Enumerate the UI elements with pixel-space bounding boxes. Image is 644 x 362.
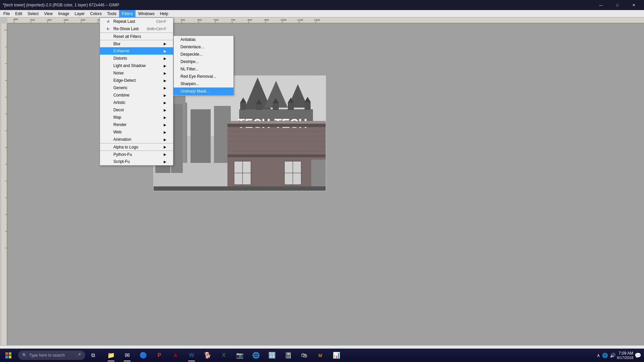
svg-text:1000: 1000 bbox=[280, 18, 286, 21]
system-tray: ∧ 🌐 🔊 7:09 AM 9/17/2018 💬 bbox=[597, 351, 644, 360]
enhance-item-destripe[interactable]: Destripe... bbox=[174, 58, 233, 65]
menu-image[interactable]: Image bbox=[55, 10, 72, 17]
menu-help[interactable]: Help bbox=[157, 10, 171, 17]
menu-item-combine[interactable]: Combine ▶ bbox=[100, 92, 173, 99]
search-icon: 🔍 bbox=[22, 353, 27, 358]
taskbar-app-mail[interactable]: ✉ bbox=[119, 349, 135, 362]
menu-item-python-fu[interactable]: Python-Fu ▶ bbox=[100, 150, 173, 158]
menu-item-alpha-to-logo[interactable]: Alpha to Logo ▶ bbox=[100, 143, 173, 150]
enhance-item-sharpen[interactable]: Sharpen... bbox=[174, 80, 233, 87]
taskbar-app-onenote[interactable]: 📓 bbox=[280, 349, 296, 362]
svg-rect-86 bbox=[288, 103, 294, 110]
menu-item-animation[interactable]: Animation ▶ bbox=[100, 136, 173, 143]
menu-select[interactable]: Select bbox=[25, 10, 41, 17]
taskbar-app-chrome[interactable]: 🌐 bbox=[248, 349, 264, 362]
minimize-button[interactable]: — bbox=[593, 2, 608, 8]
svg-rect-92 bbox=[227, 124, 326, 127]
taskbar-app-app3[interactable]: 🔵 bbox=[136, 349, 151, 362]
clock-date: 9/17/2018 bbox=[617, 356, 633, 360]
svg-text:600: 600 bbox=[214, 18, 219, 21]
app3-icon: 🔵 bbox=[140, 352, 147, 359]
window-controls: — □ ✕ bbox=[593, 2, 641, 8]
menu-item-generic[interactable]: Generic ▶ bbox=[100, 84, 173, 92]
maximize-button[interactable]: □ bbox=[610, 2, 625, 8]
menu-file[interactable]: File bbox=[1, 10, 12, 17]
taskbar: 🔍 🎤 ⧉ 📁 ✉ 🔵 P A W 🐕 X bbox=[0, 349, 644, 362]
svg-text:-600: -600 bbox=[13, 18, 18, 21]
menu-filters[interactable]: Filters bbox=[119, 10, 136, 17]
word-icon: W bbox=[189, 352, 194, 358]
calc-icon: 🔢 bbox=[268, 352, 276, 359]
mic-icon: 🎤 bbox=[76, 353, 81, 358]
reshow-icon: ↻ bbox=[107, 27, 112, 31]
menu-item-distorts[interactable]: Distorts ▶ bbox=[100, 55, 173, 62]
enhance-item-deinterlace[interactable]: Deinterlace... bbox=[174, 43, 233, 51]
menu-item-artistic[interactable]: Artistic ▶ bbox=[100, 99, 173, 106]
onenote-icon: 📓 bbox=[284, 352, 292, 359]
svg-text:500: 500 bbox=[197, 18, 202, 21]
svg-text:400: 400 bbox=[180, 18, 185, 21]
svg-rect-100 bbox=[9, 356, 11, 358]
menu-item-map[interactable]: Map ▶ bbox=[100, 114, 173, 121]
enhance-item-nl-filter[interactable]: NL Filter... bbox=[174, 65, 233, 73]
search-input[interactable] bbox=[29, 353, 76, 358]
chrome-icon: 🌐 bbox=[252, 352, 260, 359]
svg-text:-500: -500 bbox=[30, 18, 35, 21]
menu-item-reshow-last[interactable]: ↻ Re-Show Last Shift+Ctrl+F bbox=[100, 25, 173, 33]
menu-windows[interactable]: Windows bbox=[136, 10, 157, 17]
enhance-item-red-eye-removal[interactable]: Red Eye Removal... bbox=[174, 73, 233, 80]
taskbar-app-explorer[interactable]: 📁 bbox=[103, 349, 119, 362]
svg-text:900: 900 bbox=[264, 18, 269, 21]
taskbar-app-calc[interactable]: 🔢 bbox=[264, 349, 280, 362]
search-bar[interactable]: 🔍 🎤 bbox=[18, 351, 85, 360]
explorer-icon: 📁 bbox=[107, 352, 115, 359]
menu-layer[interactable]: Layer bbox=[72, 10, 88, 17]
systray-icons: ∧ 🌐 🔊 bbox=[597, 353, 615, 358]
svg-text:-300: -300 bbox=[63, 18, 69, 21]
taskbar-app-greenshot[interactable]: 📷 bbox=[232, 349, 248, 362]
menu-item-decor[interactable]: Decor ▶ bbox=[100, 106, 173, 114]
enhance-item-despeckle[interactable]: Despeckle... bbox=[174, 51, 233, 58]
svg-text:-400: -400 bbox=[46, 18, 52, 21]
taskbar-app-extra[interactable]: 📊 bbox=[329, 349, 344, 362]
taskbar-app-matlab[interactable]: M bbox=[313, 349, 328, 362]
menu-item-blur[interactable]: Blur ▶ bbox=[100, 40, 173, 47]
chevron-icon[interactable]: ∧ bbox=[597, 353, 600, 358]
menu-item-web[interactable]: Web ▶ bbox=[100, 128, 173, 136]
menu-item-enhance[interactable]: Enhance ▶ bbox=[100, 47, 173, 55]
taskbar-app-store[interactable]: 🛍 bbox=[297, 349, 312, 362]
svg-rect-95 bbox=[311, 160, 326, 191]
ruler-left bbox=[1, 23, 7, 352]
dropdown-container: ↺ Repeat Last Ctrl+F ↻ Re-Show Last Shif… bbox=[100, 17, 173, 166]
menu-item-repeat-last[interactable]: ↺ Repeat Last Ctrl+F bbox=[100, 18, 173, 25]
notifications-icon[interactable]: 💬 bbox=[635, 352, 641, 359]
menu-item-noise[interactable]: Noise ▶ bbox=[100, 69, 173, 77]
extra-icon: 📊 bbox=[333, 352, 340, 359]
taskbar-app-excel[interactable]: X bbox=[216, 349, 231, 362]
taskview-button[interactable]: ⧉ bbox=[85, 349, 101, 362]
menu-view[interactable]: View bbox=[41, 10, 55, 17]
clock[interactable]: 7:09 AM 9/17/2018 bbox=[617, 351, 633, 360]
menu-colors[interactable]: Colors bbox=[88, 10, 105, 17]
matlab-icon: M bbox=[319, 353, 322, 358]
enhance-submenu: Antialias Deinterlace... Despeckle... De… bbox=[173, 36, 234, 95]
taskbar-app-gimp[interactable]: 🐕 bbox=[200, 349, 215, 362]
menu-edit[interactable]: Edit bbox=[12, 10, 25, 17]
taskbar-app-word[interactable]: W bbox=[184, 349, 199, 362]
start-button[interactable] bbox=[0, 349, 17, 362]
enhance-item-unsharp-mask[interactable]: Unsharp Mask... bbox=[174, 87, 233, 95]
svg-rect-99 bbox=[5, 356, 8, 358]
menu-item-render[interactable]: Render ▶ bbox=[100, 121, 173, 128]
speaker-icon[interactable]: 🔊 bbox=[610, 353, 615, 358]
menu-item-edge-detect[interactable]: Edge-Detect ▶ bbox=[100, 77, 173, 84]
menu-tools[interactable]: Tools bbox=[104, 10, 119, 17]
taskbar-app-powerpoint[interactable]: P bbox=[152, 349, 167, 362]
taskbar-app-acrobat[interactable]: A bbox=[168, 349, 183, 362]
enhance-item-antialias[interactable]: Antialias bbox=[174, 36, 233, 43]
menu-item-reset-all[interactable]: Reset all Filters bbox=[100, 33, 173, 40]
menu-item-light-and-shadow[interactable]: Light and Shadow ▶ bbox=[100, 62, 173, 69]
mail-icon: ✉ bbox=[125, 352, 130, 359]
title-bar: *[tech tower] (imported)-2.0 (RGB color,… bbox=[0, 0, 644, 10]
close-button[interactable]: ✕ bbox=[626, 2, 641, 8]
menu-item-script-fu[interactable]: Script-Fu ▶ bbox=[100, 158, 173, 165]
